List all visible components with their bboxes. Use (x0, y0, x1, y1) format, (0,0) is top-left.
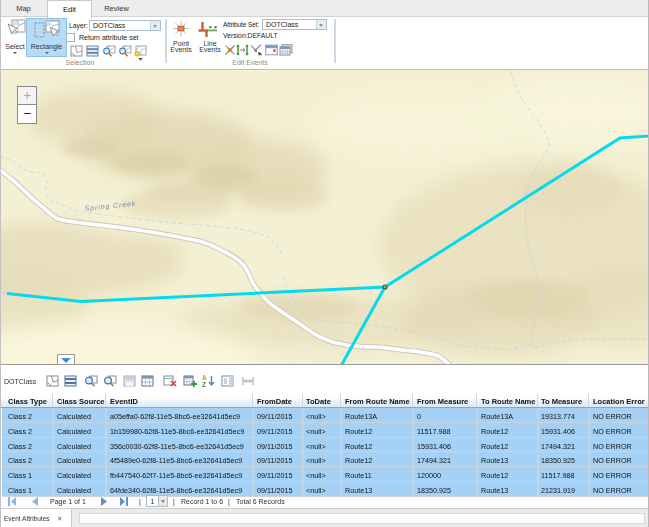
svg-text:Z: Z (202, 381, 206, 387)
svg-text:A: A (202, 374, 207, 381)
